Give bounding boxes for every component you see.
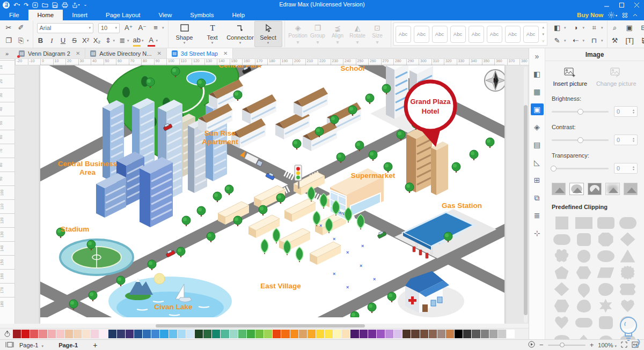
close-tab-icon[interactable]: ✕ [223,50,228,56]
close-button[interactable] [629,0,644,10]
fullscreen-icon[interactable] [621,341,627,349]
effect-circle-fade-thumbnail[interactable] [569,183,583,195]
maximize-button[interactable] [614,0,629,10]
arrange-shapes-icon[interactable]: ⧎ [641,36,644,46]
subscript-icon[interactable]: X₂ [93,36,101,46]
color-swatch[interactable] [108,330,116,338]
clipping-shape-clover[interactable] [573,297,595,314]
color-swatch[interactable] [39,330,47,338]
menu-tab-insert[interactable]: Insert [63,10,97,20]
color-swatch[interactable] [21,330,30,338]
clipping-shape-heart[interactable] [551,314,573,331]
transparency-value[interactable]: 0▲▼ [614,163,638,174]
text-block-icon[interactable]: [T] [626,36,634,46]
color-swatch[interactable] [472,330,480,338]
shape-style-swatch[interactable]: Abc [414,26,429,43]
document-page[interactable]: Market××××××××NGrand PlazaHotelCentral P… [40,65,504,324]
undo-button[interactable]: ↶▾ [13,1,20,9]
color-swatch[interactable] [455,330,463,338]
group-button[interactable]: ❐Group▾ [308,21,328,47]
slider-thumb[interactable] [577,109,583,115]
gallery-scroll-buttons[interactable]: ▴▾▿ [541,25,546,44]
color-swatch[interactable] [429,330,437,338]
zoom-in-button[interactable]: + [590,341,594,349]
clipping-shape-quatrefoil[interactable] [551,248,573,264]
clipping-shape-circle[interactable] [573,248,595,264]
frame-icon[interactable]: ▣ [626,23,633,33]
underline-icon[interactable]: U [60,36,67,46]
align-text-dropdown[interactable]: ▾ [162,26,164,30]
bold-icon[interactable]: B [37,36,45,46]
quick-style-dropdown[interactable]: ▾ [583,26,585,30]
contrast-value[interactable]: 0▲▼ [614,135,638,145]
pen-style-icon[interactable]: ✎ [553,36,561,46]
brightness-value[interactable]: 0▲▼ [614,106,638,117]
size-button[interactable]: ⊡Size▾ [368,21,387,47]
doc-tab-3d-street-map[interactable]: ▤3d Street Map✕ [167,48,233,58]
clipping-shape-diamond[interactable] [617,231,639,248]
select-tool-button[interactable]: Select▾ [254,21,282,47]
color-swatch[interactable] [203,330,211,338]
clipping-shape-star6[interactable] [595,297,617,314]
color-swatch[interactable] [247,330,255,338]
clipping-shape-hexagon[interactable] [551,297,573,314]
position-button[interactable]: ◈Position▾ [288,21,308,47]
color-swatch[interactable] [126,330,134,338]
spinner-arrows[interactable]: ▲▼ [632,109,635,114]
slider-thumb[interactable] [551,166,557,172]
color-swatch[interactable] [160,330,168,338]
crop-icon[interactable]: ⌗ [590,23,598,33]
color-swatch[interactable] [238,330,246,338]
grow-font-icon[interactable]: A⁺ [125,23,133,33]
print-button[interactable] [62,2,68,8]
align-button[interactable]: ⪵Align▾ [328,21,348,47]
color-swatch[interactable] [186,330,194,338]
clipping-shape-hexagon[interactable] [573,264,595,281]
transparency-slider[interactable] [552,168,609,169]
color-swatch[interactable] [65,330,73,338]
line-spacing-dropdown[interactable]: ▾ [113,39,115,43]
horizontal-scrollbar[interactable] [0,324,529,328]
color-swatch[interactable] [56,330,64,338]
clipping-shape-triangle[interactable] [617,248,639,264]
clipping-shape-mound[interactable] [617,331,639,339]
lock-dropdown[interactable]: ▾ [601,39,603,43]
font-family-select[interactable]: Arial▾ [37,23,93,33]
superscript-icon[interactable]: X² [82,36,90,46]
contrast-slider[interactable] [552,139,609,141]
font-size-select[interactable]: 10▾ [98,23,120,33]
color-swatch[interactable] [273,330,281,338]
shape-style-swatch[interactable]: Abc [523,26,539,43]
color-swatch[interactable] [299,330,307,338]
color-swatch[interactable] [360,330,368,338]
collapse-ribbon-icon[interactable] [633,13,638,17]
slider-thumb[interactable] [577,137,583,143]
color-swatch[interactable] [255,330,264,338]
color-swatch[interactable] [308,330,316,338]
redo-button[interactable]: ↷ [24,1,28,9]
italic-icon[interactable]: I [48,36,56,46]
connector-tool-button[interactable]: Connector▾ [226,21,254,47]
font-color-dropdown[interactable]: ▾ [156,39,158,43]
color-swatch[interactable] [48,330,56,338]
text-highlight-dropdown[interactable]: ▾ [142,39,144,43]
share-button[interactable]: ▾ [72,1,79,9]
color-swatch[interactable] [368,330,376,338]
color-swatch[interactable] [489,330,497,338]
open-file-button[interactable] [42,2,48,8]
clipping-shape-parallelogram[interactable] [595,264,617,281]
clipping-shape-pentagon[interactable] [551,264,573,281]
color-swatch[interactable] [394,330,402,338]
shape-style-swatch[interactable]: Abc [450,26,466,43]
color-swatch[interactable] [134,330,142,338]
clipping-shape-square[interactable] [551,214,573,231]
effect-spotlight-thumbnail[interactable] [588,183,602,195]
layers-icon[interactable]: ◈ [531,121,544,133]
clipping-shape-tri2[interactable] [573,331,595,339]
color-swatch[interactable] [290,330,298,338]
color-swatch[interactable] [13,330,21,338]
menu-tab-symbols[interactable]: Symbols [181,10,223,20]
color-swatch[interactable] [498,330,506,338]
clipping-shape-bone[interactable] [573,314,595,331]
shape-style-swatch[interactable]: Abc [487,26,502,43]
